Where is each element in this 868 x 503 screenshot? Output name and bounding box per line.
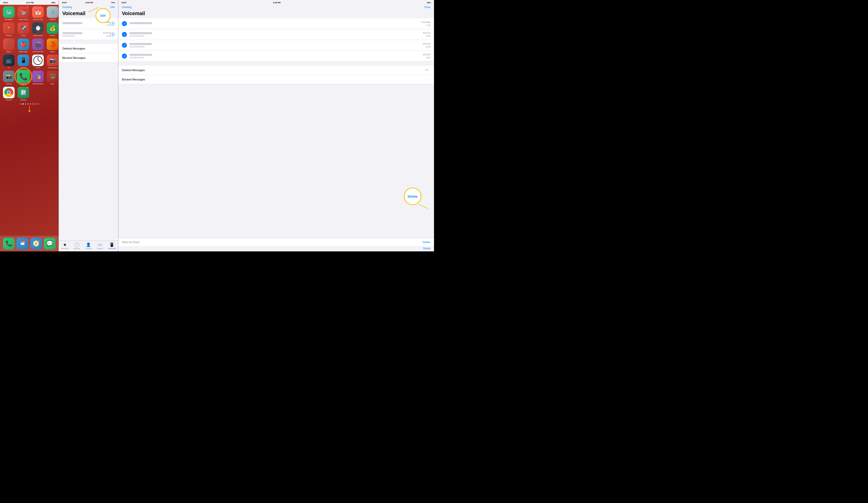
app-clock[interactable]: Clock [32, 54, 44, 69]
mark-as-read-button[interactable]: Mark As Read [122, 240, 139, 244]
app-apple-apps[interactable]: 🍎 Apple apps [17, 39, 30, 52]
dot-5 [30, 103, 31, 105]
done-button[interactable]: Done [424, 6, 431, 9]
dock-messages[interactable]: 💬 [44, 238, 55, 249]
phone-app-icon[interactable]: 📞 [17, 70, 30, 83]
app-smartwatch[interactable]: ⌚ Smart watch [32, 22, 44, 37]
status-bar-3: AT&T 3:39 PM 66% [118, 0, 434, 5]
blocked-messages-row[interactable]: Blocked Messages › [59, 53, 118, 63]
vm-info-btn-1[interactable]: ℹ [111, 22, 115, 25]
app-icon-social2[interactable]: 3 📱 [18, 54, 29, 66]
app-social[interactable]: 3 📱 Social [17, 54, 30, 69]
dock-mail-icon[interactable]: ✉️ 16 [17, 238, 28, 249]
page-dots [0, 102, 59, 105]
recents-icon: 🕐 [74, 242, 80, 247]
section-spacer-2 [118, 62, 434, 65]
app-icon-entertainment2[interactable]: 🎭 [32, 71, 44, 82]
app-icon-travel[interactable]: 2 ✈️ [18, 22, 29, 34]
deleted-messages-row-2[interactable]: Deleted Messages 92 › [118, 65, 434, 75]
app-icon-fitness[interactable]: 🏃 [3, 22, 14, 34]
app-phone-highlighted[interactable]: 📞 Parking [17, 71, 30, 85]
app-bear[interactable]: 🐻 Bear [46, 71, 59, 85]
carrier-1: AT&T [3, 1, 8, 4]
app-settings[interactable]: ⚙️ Settings [46, 6, 59, 20]
voicemail-edit-item-4[interactable]: 9/19/18 0:13 [118, 51, 434, 62]
tab-voicemail[interactable]: 📳 Voicemail [108, 242, 116, 249]
mail-badge: ✉️ 16 [20, 242, 24, 246]
app-photography[interactable]: 2 📷 Photography [46, 54, 59, 69]
app-entertainment2[interactable]: 🎭 Entertainment [32, 71, 44, 85]
dock-safari-icon[interactable]: 🧭 [30, 238, 42, 249]
dock-safari[interactable]: 🧭 [30, 238, 42, 249]
vm-info-btn-2[interactable]: ℹ [111, 32, 115, 37]
app-navigation[interactable]: 🗺️ Navigation [2, 6, 15, 20]
vm2-dur-3: 0:36 [426, 45, 431, 48]
checkmark-1[interactable] [122, 21, 127, 26]
app-icon-settings[interactable]: ⚙️ [47, 6, 58, 18]
tab-keypad[interactable]: ⌨️ Keypad [97, 242, 103, 249]
checkmark-2[interactable] [122, 32, 127, 37]
app-social-reads[interactable]: 16 📚 social reads [17, 6, 30, 20]
app-fitness[interactable]: 🏃 Fitness [2, 22, 15, 37]
greeting-button-1[interactable]: Greeting [62, 6, 72, 9]
app-icon-parking[interactable]: 16 🅿️ [18, 87, 29, 98]
app-icon-smartwatch[interactable]: ⌚ [32, 22, 44, 34]
app-apple[interactable]: 🍎 Apple [46, 39, 59, 52]
bottom-action-bar: Mark As Read Delete [118, 238, 434, 246]
blocked-messages-row-2[interactable]: Blocked Messages › [118, 75, 434, 84]
voicemail-edit-item-2[interactable]: 9/22/18 0:30 [118, 29, 434, 40]
app-tv[interactable]: 📺 TV [2, 54, 15, 69]
app-entertainment[interactable]: 🎬 Entertainment [32, 39, 44, 52]
app-money[interactable]: 💰 Money [46, 22, 59, 37]
deleted-messages-row[interactable]: Deleted Messages › [59, 44, 118, 53]
delete-label-area: Delete [118, 246, 434, 252]
delete-button[interactable]: Delete [422, 240, 431, 244]
tab-contacts[interactable]: 👤 Contacts [85, 242, 92, 249]
checkmark-3[interactable] [122, 43, 127, 48]
dot-4 [28, 103, 29, 105]
app-label-photography: Photography [48, 67, 58, 69]
app-icon-cal[interactable]: 4 📅 [32, 6, 44, 18]
tab-recents[interactable]: 🕐 Recents [74, 242, 80, 249]
app-icon-navigation[interactable]: 🗺️ [3, 6, 14, 18]
favorites-label: Favorites [61, 248, 69, 249]
checkmark-4[interactable] [122, 53, 127, 59]
tab-favorites[interactable]: ★ Favorites [61, 242, 69, 249]
app-cal-notes[interactable]: 4 📅 cal and notes [32, 6, 44, 20]
app-icon-music[interactable]: 🎵 [3, 39, 14, 50]
app-parking-badge[interactable]: 16 🅿️ Parking [17, 87, 30, 101]
app-label-camera: Camera [6, 83, 12, 85]
app-icon-social[interactable]: 16 📚 [18, 6, 29, 18]
app-icon-money[interactable]: 💰 [47, 22, 58, 34]
delete-annotation-label: Delete [423, 247, 431, 250]
greeting-button-2[interactable]: Greeting [122, 6, 132, 9]
app-music[interactable]: 🎵 Music [2, 39, 15, 52]
app-label-tv: TV [8, 67, 10, 69]
voicemail-edit-item-3[interactable]: 9/21/18 0:36 [118, 40, 434, 51]
app-icon-entertainment[interactable]: 🎬 [32, 39, 44, 50]
dock-mail[interactable]: ✉️ 16 [17, 238, 28, 249]
battery-2: 73% [111, 1, 115, 4]
voicemail-screen-1: AT&T 2:50 PM 73% Greeting Edit Voicemail… [59, 0, 118, 252]
voicemail-item-2[interactable]: 9/19/18 0:13 ℹ [59, 29, 118, 40]
app-camera[interactable]: 📸 Camera [2, 71, 15, 85]
vm2-caller-name-1 [130, 22, 152, 24]
app-icon-photography[interactable]: 2 📷 [47, 54, 58, 66]
dock-messages-icon[interactable]: 💬 [44, 238, 55, 249]
edit-button[interactable]: Edit [110, 6, 115, 9]
dock-phone-icon[interactable]: 📞 [3, 238, 14, 249]
app-icon-chrome[interactable] [3, 87, 14, 98]
app-icon-apple[interactable]: 🍎 [47, 39, 58, 50]
app-chrome[interactable]: Chrome [2, 87, 15, 101]
app-travel[interactable]: 2 ✈️ Travel [17, 22, 30, 37]
dock-phone[interactable]: 📞 [3, 238, 14, 249]
app-icon-apple-apps[interactable]: 🍎 [18, 39, 29, 50]
app-icon-bear[interactable]: 🐻 [47, 71, 58, 82]
voicemail-item-1[interactable]: Thursday 1:16 ℹ [59, 18, 118, 29]
voicemail-edit-item-1[interactable]: Thursday 1:16 [118, 18, 434, 29]
vm2-date-2: 9/22/18 [423, 32, 431, 34]
app-icon-clock[interactable] [32, 54, 44, 66]
app-icon-tv[interactable]: 📺 [3, 54, 14, 66]
contacts-icon: 👤 [86, 242, 91, 247]
app-icon-camera[interactable]: 📸 [3, 71, 14, 82]
